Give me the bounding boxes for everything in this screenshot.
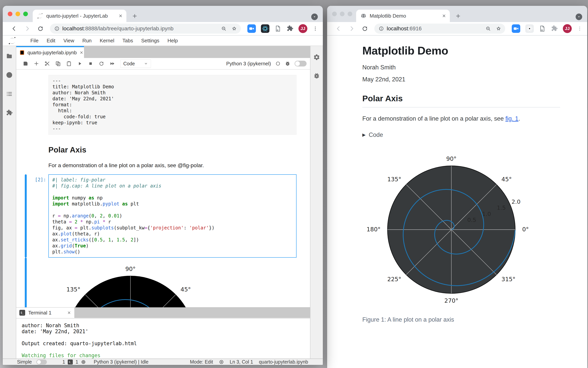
reader-extension-icon[interactable]: [539, 25, 546, 33]
section-heading: Polar Axis: [362, 94, 560, 108]
notification-icon[interactable]: [219, 359, 224, 365]
interrupt-kernel-button[interactable]: [88, 61, 94, 66]
reader-extension-icon[interactable]: [274, 25, 281, 33]
forward-button[interactable]: [24, 25, 30, 32]
disclosure-triangle-icon: ▶: [362, 132, 366, 138]
running-kernels-icon[interactable]: [6, 72, 13, 78]
close-window-button[interactable]: [332, 12, 337, 16]
site-info-icon[interactable]: [379, 26, 384, 31]
notebook-tab[interactable]: quarto-jupyterlab.ipynb: [16, 46, 84, 58]
markdown-heading: Polar Axis: [48, 146, 297, 154]
save-button[interactable]: [23, 61, 29, 66]
raw-yaml-cell[interactable]: ---title: Matplotlib Demoauthor: Norah S…: [16, 75, 310, 135]
url-text[interactable]: localhost:8888/lab/tree/quarto-jupyterla…: [62, 26, 218, 32]
close-window-button[interactable]: [8, 12, 12, 16]
back-button[interactable]: [11, 25, 17, 32]
zoom-out-page-icon[interactable]: [221, 26, 226, 31]
cell-type-dropdown[interactable]: Code: [120, 60, 151, 68]
zoom-extension-icon[interactable]: [247, 24, 256, 33]
notebook-tabbar: quarto-jupyterlab.ipynb: [16, 46, 310, 58]
restart-run-all-button[interactable]: [109, 61, 115, 66]
jupyterlab-browser-window: quarto-jupyterl - JupyterLab localhost:8…: [3, 6, 323, 365]
terminal-output[interactable]: author: Norah Smith date: 'May 22nd, 202…: [16, 318, 310, 359]
react-devtools-icon[interactable]: [525, 24, 534, 33]
paste-cells-button[interactable]: [66, 61, 72, 66]
table-of-contents-icon[interactable]: [6, 91, 13, 97]
kernel-name[interactable]: Python 3 (ipykernel): [226, 61, 271, 67]
add-cell-button[interactable]: [33, 61, 39, 66]
forward-button[interactable]: [348, 25, 355, 32]
profile-avatar[interactable]: JJ: [563, 24, 572, 33]
property-inspector-icon[interactable]: [313, 54, 320, 61]
traffic-lights[interactable]: [332, 12, 352, 16]
menu-file[interactable]: File: [26, 38, 43, 44]
menu-tabs[interactable]: Tabs: [118, 38, 137, 44]
kernel-status-text[interactable]: Python 3 (ipykernel) | Idle: [94, 359, 148, 365]
debugger-icon[interactable]: [313, 72, 320, 79]
reload-button[interactable]: [37, 25, 44, 32]
debugger-toggle-icon[interactable]: [285, 61, 290, 66]
zoom-window-button[interactable]: [348, 12, 352, 16]
bookmark-icon[interactable]: [496, 26, 501, 31]
restart-kernel-button[interactable]: [98, 61, 104, 66]
address-bar[interactable]: localhost:6916: [374, 24, 505, 34]
collaborative-toggle[interactable]: [295, 61, 307, 66]
input-collapser[interactable]: [25, 174, 27, 258]
extensions-menu-icon[interactable]: [551, 25, 558, 32]
minimize-window-button[interactable]: [340, 12, 345, 16]
yaml-cell-editor[interactable]: ---title: Matplotlib Demoauthor: Norah S…: [48, 75, 297, 135]
zoom-extension-icon[interactable]: [512, 24, 520, 33]
menu-settings[interactable]: Settings: [137, 38, 163, 44]
markdown-cell[interactable]: Polar Axis For a demonstration of a line…: [16, 146, 310, 168]
close-notebook-icon[interactable]: [79, 50, 84, 55]
run-cell-button[interactable]: [77, 61, 83, 66]
browser-tab[interactable]: quarto-jupyterl - JupyterLab: [33, 10, 126, 22]
menu-edit[interactable]: Edit: [43, 38, 59, 44]
minimize-window-button[interactable]: [16, 12, 20, 16]
reload-button[interactable]: [362, 25, 368, 32]
cursor-position[interactable]: Ln 3, Col 1: [230, 359, 253, 365]
zoom-out-page-icon[interactable]: [485, 26, 491, 31]
cut-cells-button[interactable]: [44, 61, 50, 66]
browser-menu-icon[interactable]: [312, 26, 318, 31]
back-button[interactable]: [335, 25, 342, 32]
traffic-lights[interactable]: [8, 12, 28, 16]
close-tab-icon[interactable]: [442, 14, 446, 18]
mode-indicator[interactable]: Mode: Edit: [190, 359, 213, 365]
bookmark-icon[interactable]: [231, 26, 237, 31]
new-tab-button[interactable]: [132, 13, 138, 19]
browser-tab[interactable]: Matplotlib Demo: [356, 10, 450, 22]
menu-view[interactable]: View: [59, 38, 78, 44]
terminal-tab[interactable]: $_ Terminal 1: [16, 307, 74, 318]
url-text[interactable]: localhost:6916: [387, 26, 483, 32]
extension-manager-icon[interactable]: [6, 109, 13, 116]
profile-avatar[interactable]: JJ: [299, 24, 307, 33]
extensions-menu-icon[interactable]: [287, 25, 293, 32]
output-collapser[interactable]: [25, 258, 27, 307]
jupyterlab-menubar: FileEditViewRunKernelTabsSettingsHelp: [3, 36, 323, 46]
menu-kernel[interactable]: Kernel: [96, 38, 118, 44]
file-browser-icon[interactable]: [6, 53, 13, 60]
close-terminal-icon[interactable]: [67, 311, 71, 315]
code-editor[interactable]: #| label: fig-polar#| fig.cap: A line pl…: [48, 174, 297, 258]
browser-menu-icon[interactable]: [577, 26, 583, 31]
quarto-page: Matplotlib Demo Norah Smith May 22nd, 20…: [327, 36, 587, 368]
zoom-window-button[interactable]: [23, 12, 28, 16]
chevron-down-icon: [144, 62, 148, 66]
copy-cells-button[interactable]: [55, 61, 61, 66]
simple-mode-toggle[interactable]: [36, 359, 47, 365]
close-tab-icon[interactable]: [118, 14, 123, 18]
notebook-scroll-area[interactable]: ---title: Matplotlib Demoauthor: Norah S…: [16, 70, 310, 307]
address-bar[interactable]: localhost:8888/lab/tree/quarto-jupyterla…: [50, 24, 241, 34]
code-fold-toggle[interactable]: ▶ Code: [362, 131, 560, 138]
react-devtools-icon[interactable]: [261, 24, 270, 33]
menu-help[interactable]: Help: [163, 38, 182, 44]
tab-overview-button[interactable]: [576, 14, 582, 20]
new-tab-button[interactable]: [455, 13, 461, 19]
terminal-icon: $_: [19, 310, 25, 316]
tab-overview-button[interactable]: [311, 14, 318, 20]
site-info-icon[interactable]: [54, 26, 60, 31]
figure-link[interactable]: fig. 1: [505, 115, 518, 122]
code-cell[interactable]: [2]: #| label: fig-polar#| fig.cap: A li…: [16, 174, 310, 258]
menu-run[interactable]: Run: [78, 38, 96, 44]
